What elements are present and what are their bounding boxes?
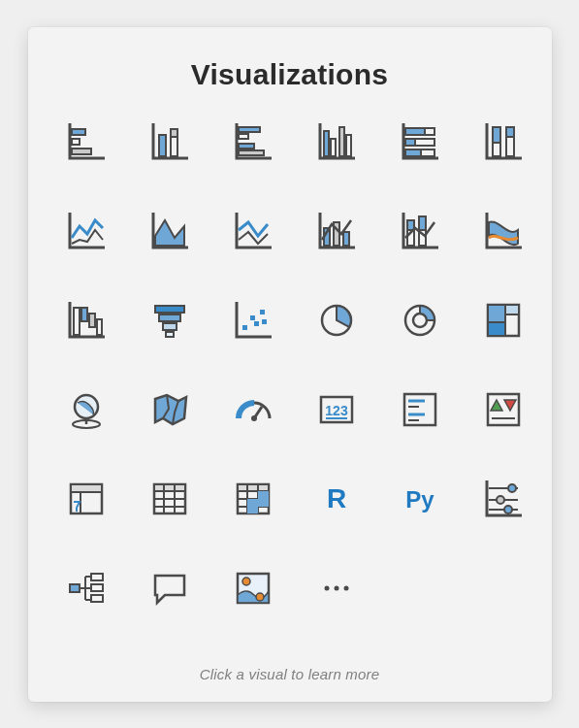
donut-chart-icon[interactable] bbox=[399, 299, 441, 342]
svg-marker-67 bbox=[504, 400, 516, 411]
hundred-percent-stacked-bar-chart-icon[interactable] bbox=[399, 120, 441, 163]
clustered-column-chart-icon[interactable] bbox=[315, 120, 358, 163]
svg-rect-5 bbox=[171, 129, 177, 137]
svg-rect-13 bbox=[346, 135, 351, 156]
svg-rect-39 bbox=[242, 325, 247, 330]
svg-rect-84 bbox=[258, 491, 269, 507]
svg-rect-85 bbox=[247, 499, 258, 513]
key-influencers-icon[interactable] bbox=[482, 478, 525, 520]
svg-rect-49 bbox=[505, 305, 519, 314]
svg-rect-79 bbox=[238, 484, 269, 491]
svg-rect-1 bbox=[72, 139, 80, 145]
decomposition-tree-icon[interactable] bbox=[65, 567, 108, 610]
svg-rect-31 bbox=[74, 308, 80, 335]
stacked-area-chart-icon[interactable] bbox=[232, 210, 274, 252]
svg-point-99 bbox=[242, 578, 250, 585]
svg-point-100 bbox=[256, 593, 264, 601]
svg-rect-96 bbox=[91, 584, 103, 591]
stacked-bar-chart-icon[interactable] bbox=[65, 120, 108, 163]
svg-rect-11 bbox=[331, 139, 336, 156]
svg-rect-21 bbox=[493, 127, 500, 143]
svg-rect-51 bbox=[488, 322, 505, 336]
svg-rect-40 bbox=[250, 315, 255, 320]
line-clustered-column-combo-icon[interactable] bbox=[315, 210, 358, 252]
svg-point-103 bbox=[343, 585, 348, 590]
filled-map-icon[interactable] bbox=[148, 388, 191, 431]
svg-rect-42 bbox=[260, 310, 265, 314]
svg-rect-97 bbox=[91, 595, 103, 602]
area-chart-icon[interactable] bbox=[148, 210, 191, 252]
svg-rect-73 bbox=[154, 484, 185, 491]
svg-point-102 bbox=[334, 585, 338, 590]
treemap-icon[interactable] bbox=[482, 299, 525, 342]
scatter-chart-icon[interactable] bbox=[232, 299, 274, 342]
svg-rect-34 bbox=[97, 319, 102, 335]
svg-rect-10 bbox=[324, 131, 329, 156]
svg-rect-94 bbox=[70, 584, 80, 592]
svg-text:Py: Py bbox=[405, 486, 434, 513]
svg-rect-41 bbox=[254, 321, 259, 326]
svg-rect-36 bbox=[159, 314, 180, 321]
gauge-icon[interactable] bbox=[232, 388, 274, 431]
multi-row-card-icon[interactable] bbox=[399, 388, 441, 431]
svg-text:R: R bbox=[326, 483, 345, 513]
clustered-bar-chart-icon[interactable] bbox=[232, 120, 274, 163]
more-visuals-icon[interactable] bbox=[315, 567, 358, 610]
hundred-percent-stacked-column-chart-icon[interactable] bbox=[482, 120, 525, 163]
svg-rect-2 bbox=[72, 149, 91, 154]
pie-chart-icon[interactable] bbox=[315, 299, 358, 342]
svg-point-92 bbox=[497, 496, 504, 504]
svg-rect-32 bbox=[81, 308, 87, 321]
svg-text:123: 123 bbox=[325, 403, 348, 418]
svg-rect-35 bbox=[155, 306, 184, 313]
svg-rect-95 bbox=[91, 574, 103, 580]
svg-rect-12 bbox=[339, 127, 344, 156]
svg-point-91 bbox=[508, 484, 516, 492]
line-chart-icon[interactable] bbox=[65, 210, 108, 252]
svg-rect-8 bbox=[239, 144, 254, 149]
svg-rect-9 bbox=[239, 150, 264, 155]
svg-rect-19 bbox=[405, 149, 421, 156]
qa-icon[interactable] bbox=[148, 567, 191, 610]
table-icon[interactable] bbox=[148, 478, 191, 520]
svg-rect-7 bbox=[239, 134, 248, 139]
svg-rect-43 bbox=[262, 319, 267, 324]
slicer-icon[interactable] bbox=[65, 478, 108, 520]
svg-rect-6 bbox=[239, 127, 260, 132]
svg-rect-50 bbox=[505, 314, 519, 336]
svg-marker-66 bbox=[491, 400, 502, 411]
panel-title: Visualizations bbox=[57, 58, 523, 91]
waterfall-chart-icon[interactable] bbox=[65, 299, 108, 342]
stacked-column-chart-icon[interactable] bbox=[148, 120, 191, 163]
funnel-chart-icon[interactable] bbox=[148, 299, 191, 342]
kpi-icon[interactable] bbox=[482, 388, 525, 431]
svg-point-101 bbox=[324, 585, 329, 590]
visualizations-grid: 123 RPy bbox=[57, 120, 523, 610]
matrix-icon[interactable] bbox=[232, 478, 274, 520]
line-stacked-column-combo-icon[interactable] bbox=[399, 210, 441, 252]
ribbon-chart-icon[interactable] bbox=[482, 210, 525, 252]
panel-hint: Click a visual to learn more bbox=[57, 637, 523, 682]
arcgis-map-icon[interactable] bbox=[232, 567, 274, 610]
r-script-visual-icon[interactable]: R bbox=[315, 478, 358, 520]
python-visual-icon[interactable]: Py bbox=[399, 478, 441, 520]
card-icon[interactable]: 123 bbox=[315, 388, 358, 431]
svg-rect-38 bbox=[166, 332, 174, 337]
svg-point-93 bbox=[504, 506, 512, 513]
svg-rect-0 bbox=[72, 129, 85, 135]
map-icon[interactable] bbox=[65, 388, 108, 431]
svg-rect-33 bbox=[89, 314, 95, 327]
svg-rect-37 bbox=[163, 323, 177, 330]
svg-rect-17 bbox=[405, 139, 415, 146]
visualizations-panel: Visualizations bbox=[28, 27, 552, 702]
svg-rect-30 bbox=[419, 216, 426, 230]
svg-rect-15 bbox=[405, 128, 425, 135]
svg-rect-23 bbox=[506, 127, 514, 137]
svg-point-56 bbox=[251, 415, 257, 421]
svg-rect-3 bbox=[159, 135, 166, 156]
svg-rect-26 bbox=[343, 232, 349, 246]
svg-rect-70 bbox=[71, 484, 102, 492]
svg-rect-48 bbox=[488, 305, 505, 322]
